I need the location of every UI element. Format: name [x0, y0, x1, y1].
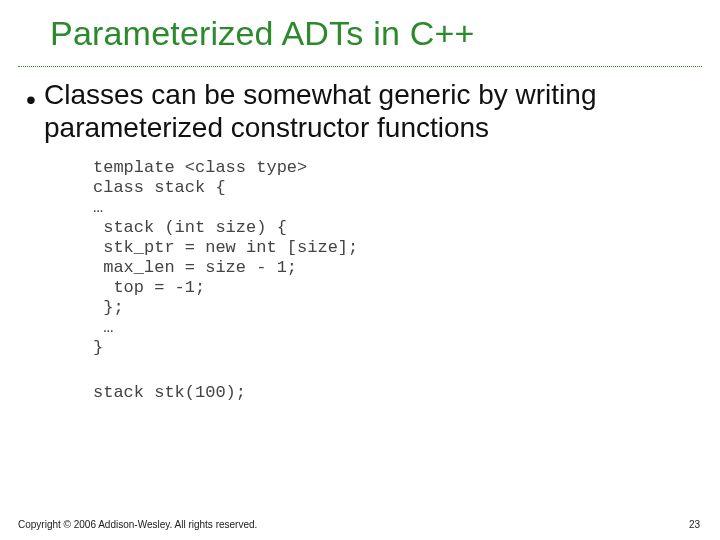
bullet-row-1: • Classes can be somewhat generic by wri… [18, 76, 702, 144]
code-sample-line: stack stk(100); [93, 383, 702, 402]
bullet-text-1: Classes can be somewhat generic by writi… [44, 76, 702, 144]
code-block: template <class type> class stack { … st… [93, 158, 702, 358]
slide-body: • Classes can be somewhat generic by wri… [18, 76, 702, 402]
page-number: 23 [689, 519, 700, 530]
slide-title: Parameterized ADTs in C++ [50, 14, 475, 53]
bullet-marker: • [18, 76, 44, 144]
divider-line [18, 66, 702, 67]
copyright-footer: Copyright © 2006 Addison-Wesley. All rig… [18, 519, 257, 530]
slide: Parameterized ADTs in C++ • Classes can … [0, 0, 720, 540]
